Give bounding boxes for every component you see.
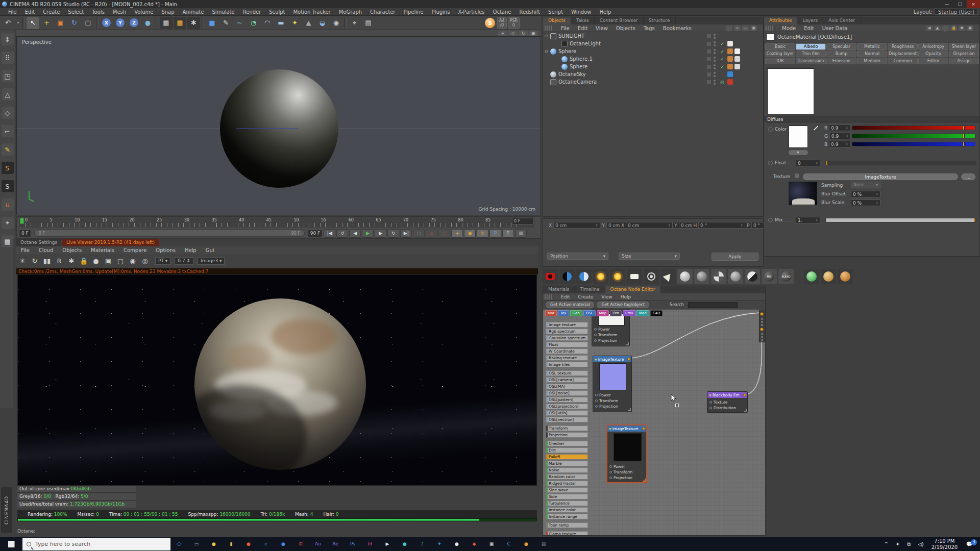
toolbar-icon[interactable]: ■ bbox=[206, 17, 218, 29]
transport-button[interactable]: ⠿ bbox=[502, 229, 514, 238]
taskbar-app-icon[interactable]: ● bbox=[448, 537, 465, 551]
octane-toolbar-icon[interactable] bbox=[677, 269, 693, 284]
menu-item[interactable]: Animate bbox=[179, 9, 208, 15]
live-viewer-tool-icon[interactable]: 🔒 bbox=[78, 255, 90, 266]
playhead[interactable] bbox=[20, 218, 24, 224]
transport-button[interactable]: ↻ bbox=[387, 229, 399, 238]
b-value-field[interactable]: 0.9↕ bbox=[829, 141, 850, 147]
collapse-triangle-icon[interactable]: ▼ bbox=[709, 393, 712, 397]
search-icon[interactable] bbox=[942, 26, 949, 31]
node-list-item[interactable]: Dirt bbox=[546, 447, 588, 453]
material-channel-tab[interactable]: Editor bbox=[918, 58, 948, 64]
node-list-item[interactable]: Image texture bbox=[546, 322, 588, 328]
volume-icon[interactable]: ◁) bbox=[918, 541, 924, 547]
node-list-item[interactable]: OSL[vectron] bbox=[546, 417, 588, 422]
toolbar-icon[interactable]: Y bbox=[114, 17, 127, 29]
menu-item[interactable]: Pipeline bbox=[399, 9, 427, 15]
menu-item[interactable]: Redshift bbox=[515, 9, 544, 15]
image-select[interactable]: Image3 ▾ bbox=[198, 257, 225, 265]
menu-item[interactable]: Volume bbox=[130, 9, 157, 15]
palette-tool-icon[interactable]: ↕ bbox=[2, 33, 14, 45]
node-output-port[interactable] bbox=[743, 393, 746, 396]
object-menu-item[interactable]: Edit bbox=[574, 26, 592, 31]
node-category-chip[interactable]: Mat bbox=[545, 310, 557, 316]
node-list-item[interactable]: OSL[camera] bbox=[546, 377, 588, 383]
toolbar-icon[interactable]: Z bbox=[128, 17, 140, 29]
taskbar-app-icon[interactable]: C bbox=[500, 537, 518, 551]
node-list-item[interactable]: Checker bbox=[546, 441, 588, 446]
attribute-tab[interactable]: Attributes bbox=[764, 17, 797, 24]
search-icon[interactable] bbox=[726, 26, 732, 31]
octane-toolbar-icon[interactable] bbox=[821, 269, 836, 284]
diffuse-color-swatch[interactable] bbox=[789, 126, 808, 148]
material-channel-tab[interactable]: Normal bbox=[857, 51, 887, 57]
node-list-item[interactable]: OSL[noise] bbox=[546, 390, 588, 396]
object-tag[interactable] bbox=[727, 33, 733, 39]
node-editor-tab[interactable]: Materials bbox=[543, 286, 575, 293]
node-category-chip[interactable]: Tex bbox=[558, 310, 569, 316]
minimize-button[interactable]: — bbox=[940, 0, 953, 8]
eyedropper-icon[interactable] bbox=[812, 127, 819, 134]
taskbar-app-icon[interactable]: ▣ bbox=[483, 537, 500, 551]
layer-toggle[interactable] bbox=[706, 57, 712, 62]
float-field[interactable]: 0↕ bbox=[796, 160, 820, 166]
object-menu-item[interactable]: Tags bbox=[640, 26, 659, 31]
frame-increment-box[interactable]: 0 F bbox=[512, 218, 533, 224]
octane-toolbar-icon[interactable] bbox=[576, 269, 592, 284]
live-viewer-tool-icon[interactable]: ◉ bbox=[127, 255, 139, 266]
object-tag[interactable] bbox=[727, 64, 733, 69]
animate-dot[interactable] bbox=[768, 161, 773, 165]
visibility-dots[interactable] bbox=[714, 41, 716, 46]
object-tag[interactable] bbox=[734, 71, 740, 77]
node-list-item[interactable]: OSL texture bbox=[546, 370, 588, 376]
material-channel-tab[interactable]: IOR bbox=[765, 58, 795, 64]
node-list-item[interactable]: Projection bbox=[546, 432, 588, 438]
size-field[interactable]: 0 cm↕ bbox=[626, 222, 673, 229]
live-viewer-menu-item[interactable]: Help bbox=[180, 247, 201, 253]
menu-item[interactable]: Select bbox=[64, 9, 88, 15]
palette-tool-icon[interactable]: ⠿ bbox=[2, 52, 14, 64]
palette-tool-icon[interactable]: ◇ bbox=[2, 107, 14, 119]
material-node-edge[interactable] bbox=[759, 310, 766, 342]
menu-item[interactable]: Create bbox=[39, 9, 64, 15]
octane-toolbar-icon[interactable] bbox=[627, 269, 642, 284]
octane-toolbar-icon[interactable] bbox=[593, 269, 608, 284]
toolbar-icon[interactable]: ◉ bbox=[330, 17, 342, 29]
material-channel-tab[interactable]: Displacement bbox=[888, 51, 918, 57]
image-texture-node-selected[interactable]: ▼ImageTexture Power Transform Projection bbox=[607, 425, 647, 483]
attribute-menu-item[interactable]: User Data bbox=[818, 26, 852, 31]
toolbar-icon[interactable]: ✎ bbox=[219, 17, 232, 29]
toolbar-icon[interactable]: ▢ bbox=[82, 17, 94, 29]
blur-offset-field[interactable]: 0 %↕ bbox=[851, 191, 880, 197]
octane-toolbar-icon[interactable] bbox=[660, 269, 676, 284]
object-tree-row[interactable]: Sphere.1 ✓ bbox=[543, 55, 763, 63]
material-channel-tab[interactable]: Assign bbox=[949, 58, 979, 64]
texture-expand-icon[interactable] bbox=[795, 173, 799, 178]
taskbar-app-icon[interactable]: ▭ bbox=[188, 537, 205, 551]
mix-slider[interactable] bbox=[825, 218, 976, 222]
object-tag[interactable] bbox=[734, 33, 740, 39]
material-channel-tab[interactable]: Bump bbox=[826, 51, 856, 57]
material-channel-tab[interactable]: Medium bbox=[857, 58, 887, 64]
transport-button[interactable]: ▶ bbox=[362, 229, 374, 238]
transport-button[interactable]: ↻ bbox=[477, 229, 488, 238]
toolbar-icon[interactable]: ✦ bbox=[288, 17, 301, 29]
get-active-material-button[interactable]: Get Active material bbox=[546, 302, 594, 308]
blur-scale-field[interactable]: 0 %↕ bbox=[851, 199, 880, 206]
layer-toggle[interactable] bbox=[706, 72, 712, 77]
enable-check[interactable]: ✓ bbox=[719, 41, 726, 46]
toolbar-icon[interactable]: ✱ bbox=[187, 17, 200, 29]
object-tree-row[interactable]: ⊟ Sphere ✓ bbox=[543, 47, 763, 55]
viewport-nav-icon[interactable]: ▣ bbox=[529, 31, 538, 36]
taskbar-app-icon[interactable]: Ae bbox=[327, 537, 344, 551]
node-list-item[interactable]: Side bbox=[546, 494, 588, 499]
node-output-port[interactable] bbox=[627, 358, 630, 361]
octane-toolbar-icon[interactable] bbox=[838, 269, 853, 284]
toolbar-icon[interactable]: X bbox=[100, 17, 113, 29]
menu-item[interactable]: Render bbox=[239, 9, 265, 15]
palette-tool-icon[interactable]: ⌐ bbox=[2, 125, 14, 137]
collapse-icon[interactable]: — bbox=[742, 26, 749, 31]
attribute-tab[interactable]: Layers bbox=[797, 17, 823, 24]
menu-item[interactable]: Help bbox=[596, 9, 616, 15]
panel-icon[interactable]: ▣ bbox=[750, 26, 757, 31]
